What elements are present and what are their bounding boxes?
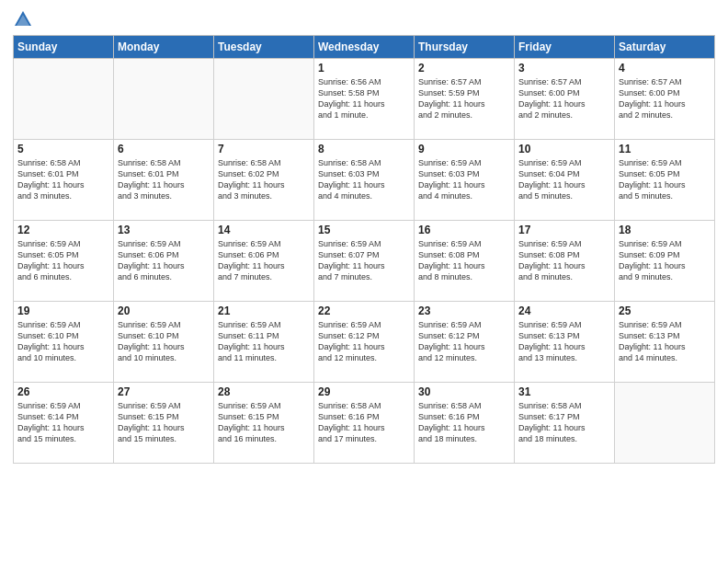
- day-number: 13: [118, 224, 210, 236]
- calendar-cell: 8Sunrise: 6:58 AMSunset: 6:03 PMDaylight…: [314, 140, 415, 221]
- day-info: Sunrise: 6:56 AMSunset: 5:58 PMDaylight:…: [318, 76, 410, 121]
- calendar-week-5: 26Sunrise: 6:59 AMSunset: 6:14 PMDayligh…: [14, 383, 715, 464]
- calendar-cell: 12Sunrise: 6:59 AMSunset: 6:05 PMDayligh…: [14, 221, 114, 302]
- day-number: 31: [518, 385, 610, 398]
- day-info: Sunrise: 6:58 AMSunset: 6:16 PMDaylight:…: [318, 400, 410, 445]
- day-info: Sunrise: 6:59 AMSunset: 6:05 PMDaylight:…: [17, 238, 109, 283]
- day-number: 28: [218, 385, 310, 398]
- calendar-cell: 2Sunrise: 6:57 AMSunset: 5:59 PMDaylight…: [415, 59, 515, 140]
- day-info: Sunrise: 6:59 AMSunset: 6:10 PMDaylight:…: [17, 319, 109, 364]
- calendar-cell: 9Sunrise: 6:59 AMSunset: 6:03 PMDaylight…: [415, 140, 515, 221]
- day-number: 9: [418, 143, 510, 155]
- day-number: 30: [418, 385, 510, 398]
- weekday-header-saturday: Saturday: [615, 36, 715, 59]
- main-container: SundayMondayTuesdayWednesdayThursdayFrid…: [0, 0, 728, 469]
- day-info: Sunrise: 6:58 AMSunset: 6:17 PMDaylight:…: [518, 400, 610, 445]
- day-number: 6: [118, 143, 210, 155]
- day-info: Sunrise: 6:58 AMSunset: 6:03 PMDaylight:…: [318, 157, 410, 202]
- day-number: 25: [619, 304, 711, 317]
- day-number: 1: [318, 62, 410, 75]
- weekday-header-thursday: Thursday: [415, 36, 515, 59]
- logo-icon: [13, 9, 33, 29]
- day-info: Sunrise: 6:59 AMSunset: 6:13 PMDaylight:…: [518, 319, 610, 364]
- day-info: Sunrise: 6:59 AMSunset: 6:06 PMDaylight:…: [118, 238, 210, 283]
- day-number: 24: [518, 304, 610, 317]
- weekday-header-row: SundayMondayTuesdayWednesdayThursdayFrid…: [14, 36, 715, 59]
- calendar-cell: 23Sunrise: 6:59 AMSunset: 6:12 PMDayligh…: [415, 302, 515, 383]
- day-number: 16: [418, 224, 510, 236]
- calendar-cell: 29Sunrise: 6:58 AMSunset: 6:16 PMDayligh…: [314, 383, 415, 464]
- calendar-cell: 21Sunrise: 6:59 AMSunset: 6:11 PMDayligh…: [214, 302, 314, 383]
- day-number: 5: [17, 143, 109, 155]
- calendar-cell: 27Sunrise: 6:59 AMSunset: 6:15 PMDayligh…: [114, 383, 214, 464]
- day-info: Sunrise: 6:59 AMSunset: 6:05 PMDaylight:…: [619, 157, 711, 202]
- calendar-cell: 10Sunrise: 6:59 AMSunset: 6:04 PMDayligh…: [515, 140, 615, 221]
- calendar-cell: 1Sunrise: 6:56 AMSunset: 5:58 PMDaylight…: [314, 59, 415, 140]
- calendar-cell: 18Sunrise: 6:59 AMSunset: 6:09 PMDayligh…: [615, 221, 715, 302]
- day-info: Sunrise: 6:59 AMSunset: 6:06 PMDaylight:…: [218, 238, 310, 283]
- day-info: Sunrise: 6:59 AMSunset: 6:15 PMDaylight:…: [218, 400, 310, 445]
- calendar-cell: 19Sunrise: 6:59 AMSunset: 6:10 PMDayligh…: [14, 302, 114, 383]
- day-info: Sunrise: 6:58 AMSunset: 6:16 PMDaylight:…: [418, 400, 510, 445]
- day-number: 14: [218, 224, 310, 236]
- calendar-cell: 7Sunrise: 6:58 AMSunset: 6:02 PMDaylight…: [214, 140, 314, 221]
- day-number: 11: [619, 143, 711, 155]
- calendar-cell: 30Sunrise: 6:58 AMSunset: 6:16 PMDayligh…: [415, 383, 515, 464]
- day-info: Sunrise: 6:59 AMSunset: 6:11 PMDaylight:…: [218, 319, 310, 364]
- calendar-cell: 16Sunrise: 6:59 AMSunset: 6:08 PMDayligh…: [415, 221, 515, 302]
- day-number: 19: [17, 304, 109, 317]
- calendar-cell: 4Sunrise: 6:57 AMSunset: 6:00 PMDaylight…: [615, 59, 715, 140]
- day-info: Sunrise: 6:59 AMSunset: 6:07 PMDaylight:…: [318, 238, 410, 283]
- day-number: 27: [118, 385, 210, 398]
- day-info: Sunrise: 6:59 AMSunset: 6:14 PMDaylight:…: [17, 400, 109, 445]
- day-number: 4: [619, 62, 711, 75]
- calendar-cell: 5Sunrise: 6:58 AMSunset: 6:01 PMDaylight…: [14, 140, 114, 221]
- day-number: 12: [17, 224, 109, 236]
- day-info: Sunrise: 6:58 AMSunset: 6:01 PMDaylight:…: [17, 157, 109, 202]
- day-number: 21: [218, 304, 310, 317]
- day-info: Sunrise: 6:57 AMSunset: 6:00 PMDaylight:…: [518, 76, 610, 121]
- day-info: Sunrise: 6:59 AMSunset: 6:03 PMDaylight:…: [418, 157, 510, 202]
- calendar-cell: 22Sunrise: 6:59 AMSunset: 6:12 PMDayligh…: [314, 302, 415, 383]
- day-number: 10: [518, 143, 610, 155]
- day-number: 26: [17, 385, 109, 398]
- day-number: 20: [118, 304, 210, 317]
- calendar-table: SundayMondayTuesdayWednesdayThursdayFrid…: [13, 35, 715, 464]
- calendar-cell: 13Sunrise: 6:59 AMSunset: 6:06 PMDayligh…: [114, 221, 214, 302]
- calendar-cell: [615, 383, 715, 464]
- day-number: 15: [318, 224, 410, 236]
- day-info: Sunrise: 6:59 AMSunset: 6:13 PMDaylight:…: [619, 319, 711, 364]
- calendar-cell: 26Sunrise: 6:59 AMSunset: 6:14 PMDayligh…: [14, 383, 114, 464]
- calendar-cell: 17Sunrise: 6:59 AMSunset: 6:08 PMDayligh…: [515, 221, 615, 302]
- logo: [13, 9, 37, 29]
- day-info: Sunrise: 6:59 AMSunset: 6:15 PMDaylight:…: [118, 400, 210, 445]
- day-info: Sunrise: 6:57 AMSunset: 6:00 PMDaylight:…: [619, 76, 711, 121]
- calendar-week-4: 19Sunrise: 6:59 AMSunset: 6:10 PMDayligh…: [14, 302, 715, 383]
- weekday-header-sunday: Sunday: [14, 36, 114, 59]
- calendar-cell: 6Sunrise: 6:58 AMSunset: 6:01 PMDaylight…: [114, 140, 214, 221]
- header: [13, 9, 715, 29]
- day-number: 23: [418, 304, 510, 317]
- day-number: 3: [518, 62, 610, 75]
- day-number: 18: [619, 224, 711, 236]
- day-number: 17: [518, 224, 610, 236]
- weekday-header-wednesday: Wednesday: [314, 36, 415, 59]
- calendar-cell: 28Sunrise: 6:59 AMSunset: 6:15 PMDayligh…: [214, 383, 314, 464]
- day-info: Sunrise: 6:59 AMSunset: 6:12 PMDaylight:…: [318, 319, 410, 364]
- day-info: Sunrise: 6:59 AMSunset: 6:04 PMDaylight:…: [518, 157, 610, 202]
- day-number: 29: [318, 385, 410, 398]
- day-info: Sunrise: 6:59 AMSunset: 6:12 PMDaylight:…: [418, 319, 510, 364]
- weekday-header-tuesday: Tuesday: [214, 36, 314, 59]
- weekday-header-monday: Monday: [114, 36, 214, 59]
- calendar-cell: 24Sunrise: 6:59 AMSunset: 6:13 PMDayligh…: [515, 302, 615, 383]
- day-info: Sunrise: 6:59 AMSunset: 6:08 PMDaylight:…: [518, 238, 610, 283]
- calendar-cell: 11Sunrise: 6:59 AMSunset: 6:05 PMDayligh…: [615, 140, 715, 221]
- day-number: 2: [418, 62, 510, 75]
- calendar-cell: 15Sunrise: 6:59 AMSunset: 6:07 PMDayligh…: [314, 221, 415, 302]
- day-info: Sunrise: 6:57 AMSunset: 5:59 PMDaylight:…: [418, 76, 510, 121]
- calendar-cell: [14, 59, 114, 140]
- day-info: Sunrise: 6:59 AMSunset: 6:10 PMDaylight:…: [118, 319, 210, 364]
- day-info: Sunrise: 6:59 AMSunset: 6:08 PMDaylight:…: [418, 238, 510, 283]
- calendar-cell: 14Sunrise: 6:59 AMSunset: 6:06 PMDayligh…: [214, 221, 314, 302]
- weekday-header-friday: Friday: [515, 36, 615, 59]
